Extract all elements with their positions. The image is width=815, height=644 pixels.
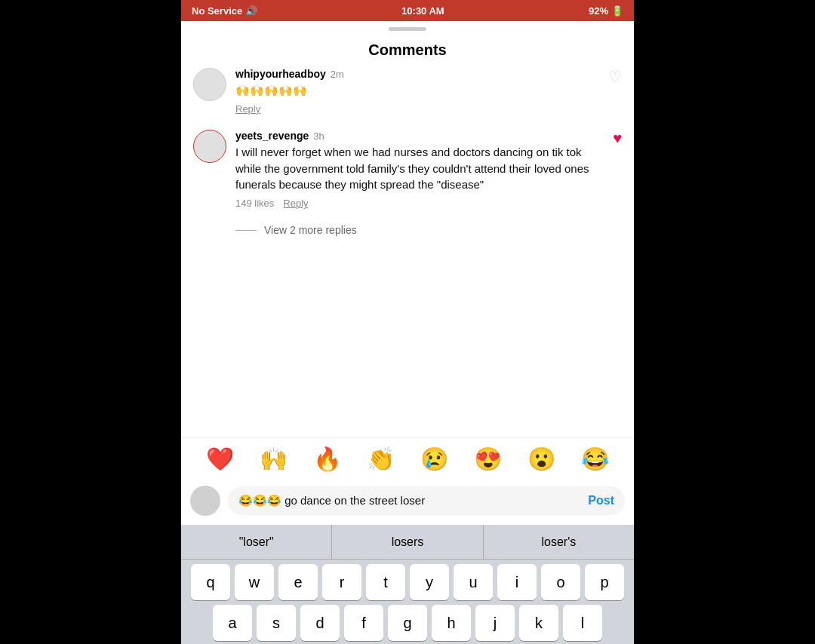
- comment-username: whipyourheadboy: [235, 68, 326, 80]
- key-f[interactable]: f: [344, 605, 383, 641]
- user-avatar: [190, 486, 220, 516]
- key-a[interactable]: a: [213, 605, 252, 641]
- view-more-text: View 2 more replies: [264, 224, 357, 236]
- keyboard-row-2: a s d f g h j k l: [181, 600, 634, 641]
- status-bar: No Service 🔊 10:30 AM 92% 🔋: [181, 0, 634, 21]
- comment-text: 🙌🙌🙌🙌🙌: [235, 82, 599, 99]
- emoji-bar: ❤️ 🙌 🔥 👏 😢 😍 😮 😂: [181, 437, 634, 480]
- comment-input-wrapper: Post: [228, 486, 625, 515]
- key-k[interactable]: k: [519, 605, 558, 641]
- comment-header: yeets_revenge 3h: [235, 130, 604, 142]
- key-g[interactable]: g: [388, 605, 427, 641]
- comment-username: yeets_revenge: [235, 130, 309, 142]
- key-o[interactable]: o: [541, 564, 580, 600]
- table-row: whipyourheadboy 2m 🙌🙌🙌🙌🙌 Reply ♡: [193, 68, 622, 115]
- divider-line: [235, 230, 257, 231]
- comment-actions: 149 likes Reply: [235, 198, 604, 209]
- like-button[interactable]: ♡: [608, 68, 622, 86]
- comment-actions: Reply: [235, 103, 599, 115]
- table-row: yeets_revenge 3h I will never forget whe…: [193, 130, 622, 209]
- emoji-heart[interactable]: ❤️: [206, 446, 234, 472]
- comment-content: yeets_revenge 3h I will never forget whe…: [235, 130, 604, 209]
- autocomplete-item[interactable]: loser's: [484, 525, 634, 559]
- status-battery: 92% 🔋: [589, 5, 623, 17]
- emoji-fire[interactable]: 🔥: [313, 446, 341, 472]
- avatar: [193, 130, 226, 163]
- emoji-cry[interactable]: 😢: [420, 446, 448, 472]
- key-s[interactable]: s: [257, 605, 296, 641]
- reply-button[interactable]: Reply: [283, 198, 308, 209]
- emoji-laugh[interactable]: 😂: [581, 446, 609, 472]
- keyboard-row-1: q w e r t y u i o p: [181, 560, 634, 600]
- autocomplete-item[interactable]: losers: [332, 525, 483, 559]
- key-t[interactable]: t: [366, 564, 405, 600]
- status-network: No Service 🔊: [192, 5, 257, 17]
- reply-button[interactable]: Reply: [235, 103, 260, 115]
- likes-count: 149 likes: [235, 198, 274, 209]
- key-r[interactable]: r: [322, 564, 361, 600]
- emoji-hands[interactable]: 🙌: [260, 446, 288, 472]
- key-e[interactable]: e: [278, 564, 318, 600]
- status-left: No Service 🔊: [192, 5, 257, 17]
- emoji-heart-eyes[interactable]: 😍: [474, 446, 502, 472]
- key-q[interactable]: q: [191, 564, 230, 600]
- key-l[interactable]: l: [563, 605, 602, 641]
- avatar: [193, 68, 226, 101]
- key-u[interactable]: u: [454, 564, 493, 600]
- page-title: Comments: [181, 34, 634, 68]
- comment-time: 2m: [331, 69, 344, 80]
- comment-time: 3h: [313, 130, 324, 142]
- comment-content: whipyourheadboy 2m 🙌🙌🙌🙌🙌 Reply: [235, 68, 599, 115]
- key-d[interactable]: d: [300, 605, 340, 641]
- autocomplete-bar: "loser" losers loser's: [181, 525, 634, 560]
- key-w[interactable]: w: [235, 564, 274, 600]
- like-button[interactable]: ♥: [613, 130, 622, 147]
- key-j[interactable]: j: [475, 605, 515, 641]
- comments-area: whipyourheadboy 2m 🙌🙌🙌🙌🙌 Reply ♡ yeets_r…: [181, 68, 634, 437]
- comment-text: I will never forget when we had nurses a…: [235, 144, 604, 193]
- post-button[interactable]: Post: [588, 494, 614, 508]
- key-i[interactable]: i: [497, 564, 537, 600]
- key-h[interactable]: h: [432, 605, 471, 641]
- keyboard: "loser" losers loser's q w e r t y u i o…: [181, 525, 634, 644]
- battery-icon: 🔋: [611, 5, 623, 17]
- emoji-clap[interactable]: 👏: [367, 446, 395, 472]
- view-more-replies[interactable]: View 2 more replies: [235, 224, 622, 236]
- comment-input[interactable]: [238, 495, 583, 508]
- comment-header: whipyourheadboy 2m: [235, 68, 599, 80]
- status-time: 10:30 AM: [401, 5, 444, 17]
- key-y[interactable]: y: [410, 564, 449, 600]
- autocomplete-item[interactable]: "loser": [181, 525, 332, 559]
- key-p[interactable]: p: [585, 564, 624, 600]
- input-area: Post: [181, 480, 634, 525]
- emoji-wow[interactable]: 😮: [527, 446, 555, 472]
- drag-indicator: [389, 27, 426, 31]
